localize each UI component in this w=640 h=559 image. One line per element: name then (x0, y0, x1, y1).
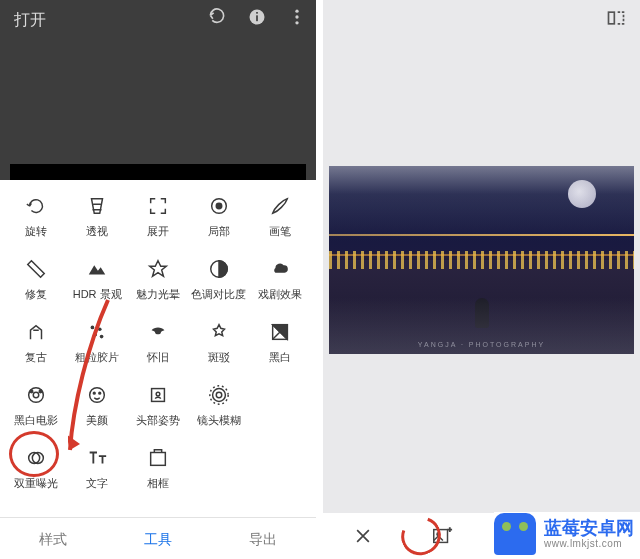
tool-grainy[interactable]: 粗粒胶片 (69, 320, 125, 365)
tab-export[interactable]: 导出 (211, 518, 316, 559)
svg-point-9 (91, 326, 95, 330)
svg-point-24 (212, 389, 225, 402)
tool-double-exposure[interactable]: 双重曝光 (8, 446, 64, 491)
svg-point-19 (94, 392, 96, 394)
tool-label: 怀旧 (147, 351, 169, 363)
svg-rect-2 (256, 12, 258, 14)
compare-icon[interactable] (606, 8, 626, 32)
image-area: 打开 (0, 0, 316, 180)
site-url: www.lmkjst.com (544, 538, 634, 549)
tool-noir[interactable]: 黑白电影 (8, 383, 64, 428)
tool-hdr[interactable]: HDR 景观 (69, 257, 125, 302)
tool-headpose[interactable]: 头部姿势 (130, 383, 186, 428)
moon (568, 180, 596, 208)
tool-label: 美颜 (86, 414, 108, 426)
tool-label: 双重曝光 (14, 477, 58, 489)
add-image-button[interactable] (428, 522, 456, 550)
tool-label: 画笔 (269, 225, 291, 237)
tool-retrolux[interactable]: 怀旧 (130, 320, 186, 365)
svg-point-16 (30, 390, 33, 393)
cancel-button[interactable] (349, 522, 377, 550)
tool-label: 展开 (147, 225, 169, 237)
tool-label: 镜头模糊 (197, 414, 241, 426)
tool-healing[interactable]: 修复 (8, 257, 64, 302)
tool-vintage[interactable]: 复古 (8, 320, 64, 365)
svg-point-4 (295, 15, 298, 18)
tool-glamour[interactable]: 魅力光晕 (130, 257, 186, 302)
tab-tools[interactable]: 工具 (105, 518, 210, 559)
tool-label: 黑白电影 (14, 414, 58, 426)
tool-grunge[interactable]: 斑驳 (191, 320, 247, 365)
tool-label: 旋转 (25, 225, 47, 237)
tool-label: 复古 (25, 351, 47, 363)
left-phone-screen: 打开 旋转 透视 展开 局部 画笔 修复 HDR 景观 魅力光晕 色调对比度 戏… (0, 0, 316, 559)
svg-point-23 (216, 392, 222, 398)
open-label[interactable]: 打开 (14, 10, 46, 31)
tool-portrait[interactable]: 美颜 (69, 383, 125, 428)
tools-grid: 旋转 透视 展开 局部 画笔 修复 HDR 景观 魅力光晕 色调对比度 戏剧效果… (0, 180, 316, 491)
undo-icon[interactable] (206, 6, 228, 28)
svg-point-10 (98, 327, 102, 331)
tool-label: 色调对比度 (191, 288, 246, 300)
tool-label: 局部 (208, 225, 230, 237)
tool-label: 斑驳 (208, 351, 230, 363)
tool-label: 透视 (86, 225, 108, 237)
tool-label: 魅力光晕 (136, 288, 180, 300)
tool-label: HDR 景观 (73, 288, 122, 300)
image-strip (10, 164, 306, 180)
person-silhouette (475, 298, 489, 328)
svg-point-22 (156, 392, 160, 396)
tool-drama[interactable]: 戏剧效果 (252, 257, 308, 302)
svg-rect-28 (151, 453, 166, 466)
photo-watermark: YANGJA · PHOTOGRAPHY (418, 341, 545, 348)
tool-label: 戏剧效果 (258, 288, 302, 300)
site-logo-icon (494, 513, 536, 555)
tool-tonal[interactable]: 色调对比度 (191, 257, 247, 302)
svg-point-3 (295, 10, 298, 13)
svg-point-20 (99, 392, 101, 394)
svg-rect-30 (434, 530, 448, 543)
tool-selective[interactable]: 局部 (191, 194, 247, 239)
svg-point-15 (34, 392, 40, 398)
tool-rotate[interactable]: 旋转 (8, 194, 64, 239)
header-actions (206, 6, 308, 28)
svg-point-5 (295, 21, 298, 24)
tool-bw[interactable]: 黑白 (252, 320, 308, 365)
tool-label: 相框 (147, 477, 169, 489)
tool-label: 文字 (86, 477, 108, 489)
svg-rect-29 (609, 12, 615, 24)
svg-point-11 (94, 333, 98, 337)
tool-frame[interactable]: 相框 (130, 446, 186, 491)
svg-rect-1 (256, 15, 258, 21)
tool-label: 头部姿势 (136, 414, 180, 426)
info-icon[interactable] (246, 6, 268, 28)
svg-point-12 (100, 335, 104, 339)
svg-point-18 (90, 388, 105, 403)
site-watermark: 蓝莓安卓网 www.lmkjst.com (494, 512, 640, 556)
svg-rect-21 (152, 389, 165, 402)
tool-label: 粗粒胶片 (75, 351, 119, 363)
tool-expand[interactable]: 展开 (130, 194, 186, 239)
tool-lensblur[interactable]: 镜头模糊 (191, 383, 247, 428)
more-icon[interactable] (286, 6, 308, 28)
tool-label: 修复 (25, 288, 47, 300)
tool-text[interactable]: 文字 (69, 446, 125, 491)
svg-point-17 (40, 390, 43, 393)
tab-styles[interactable]: 样式 (0, 518, 105, 559)
edited-photo[interactable]: YANGJA · PHOTOGRAPHY (329, 166, 634, 354)
right-phone-screen: YANGJA · PHOTOGRAPHY (323, 0, 640, 559)
site-name: 蓝莓安卓网 (544, 519, 634, 539)
bottom-tabs: 样式 工具 导出 (0, 517, 316, 559)
tool-perspective[interactable]: 透视 (69, 194, 125, 239)
svg-point-7 (216, 203, 222, 209)
tool-brush[interactable]: 画笔 (252, 194, 308, 239)
tool-label: 黑白 (269, 351, 291, 363)
